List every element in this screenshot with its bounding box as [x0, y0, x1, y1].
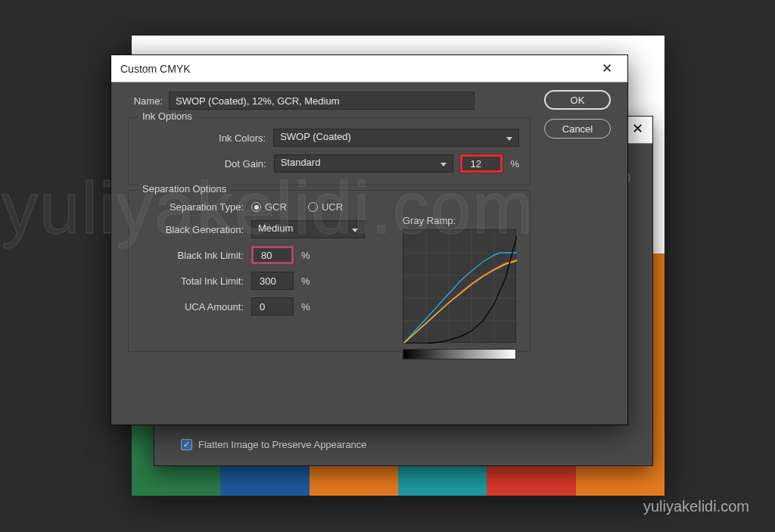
dialog-titlebar: Custom CMYK ✕: [111, 55, 627, 82]
ink-options-group: Ink Options Ink Colors: SWOP (Coated) Do…: [128, 117, 531, 185]
cancel-button[interactable]: Cancel: [544, 119, 611, 138]
ink-options-legend: Ink Options: [138, 110, 197, 122]
total-ink-limit-label: Total Ink Limit:: [139, 275, 251, 287]
percent-label: %: [301, 275, 310, 287]
ucr-radio[interactable]: [308, 202, 318, 212]
custom-cmyk-dialog: Custom CMYK ✕ Name: OK Cancel Ink Option…: [110, 54, 628, 425]
black-generation-value: Medium: [258, 222, 293, 234]
black-ink-limit-label: Black Ink Limit:: [139, 250, 251, 261]
gradient-bar: [403, 349, 516, 359]
dialog-title: Custom CMYK: [120, 63, 191, 75]
gcr-label: GCR: [265, 201, 287, 213]
flatten-label: Flatten Image to Preserve Appearance: [198, 439, 367, 450]
ok-button[interactable]: OK: [544, 90, 611, 110]
uca-amount-label: UCA Amount:: [139, 301, 251, 313]
gray-ramp-chart: [403, 229, 516, 343]
dot-gain-input[interactable]: [460, 154, 503, 173]
ink-colors-label: Ink Colors:: [139, 132, 273, 144]
close-icon[interactable]: ✕: [632, 120, 643, 137]
gray-ramp-panel: Gray Ramp:: [403, 215, 516, 359]
gcr-radio[interactable]: [251, 202, 261, 212]
checkmark-icon[interactable]: ✓: [181, 439, 192, 450]
dot-gain-type: Standard: [281, 157, 321, 168]
gray-ramp-label: Gray Ramp:: [403, 215, 516, 226]
uca-amount-input[interactable]: [251, 297, 294, 316]
flatten-checkbox-row[interactable]: ✓ Flatten Image to Preserve Appearance: [181, 439, 367, 450]
black-ink-limit-input[interactable]: [251, 246, 294, 264]
ucr-label: UCR: [322, 201, 343, 213]
separation-options-group: Separation Options Separation Type: GCR …: [128, 190, 531, 352]
name-label: Name:: [123, 95, 169, 107]
ink-colors-select[interactable]: SWOP (Coated): [273, 129, 519, 147]
total-ink-limit-input[interactable]: [251, 272, 294, 290]
separation-legend: Separation Options: [138, 183, 231, 194]
percent-label: %: [301, 250, 310, 261]
dot-gain-select[interactable]: Standard: [274, 154, 453, 173]
dot-gain-label: Dot Gain:: [139, 158, 274, 170]
name-input[interactable]: [169, 92, 475, 110]
separation-type-label: Separation Type:: [139, 201, 251, 213]
black-generation-label: Black Generation:: [139, 224, 251, 235]
close-icon[interactable]: ✕: [596, 58, 618, 79]
ink-colors-value: SWOP (Coated): [280, 131, 351, 142]
corner-watermark: yuliyakelidi.com: [643, 498, 749, 515]
percent-label: %: [301, 301, 310, 313]
percent-label: %: [510, 158, 519, 170]
black-generation-select[interactable]: Medium: [251, 220, 365, 238]
